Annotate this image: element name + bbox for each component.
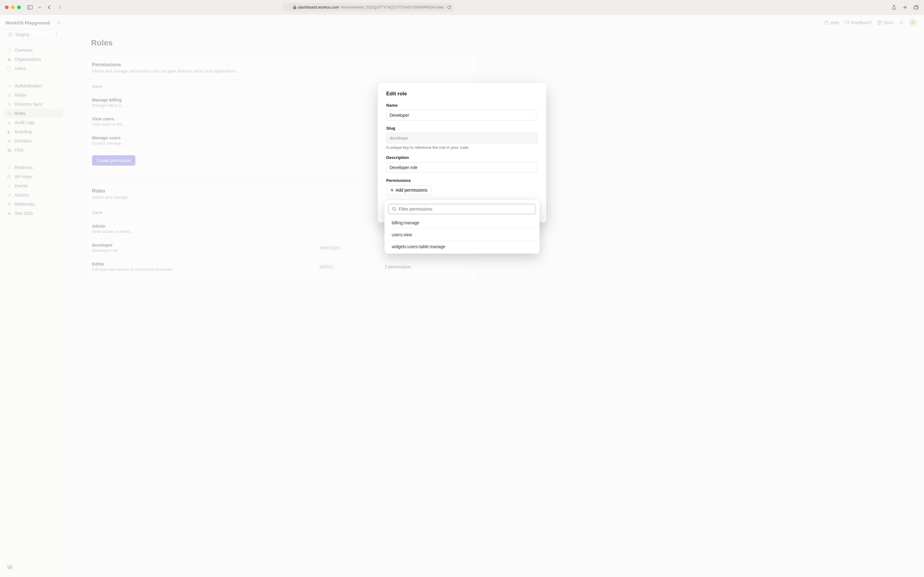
browser-toolbar: dashboard.workos.com/environment_01EQ1FT…	[0, 0, 924, 15]
svg-point-12	[393, 208, 395, 210]
chevron-down-icon[interactable]	[37, 4, 43, 10]
url-host: dashboard.workos.com	[298, 5, 339, 10]
window-controls	[5, 5, 21, 9]
close-window-button[interactable]	[5, 5, 8, 9]
fullscreen-window-button[interactable]	[17, 5, 21, 9]
add-permissions-button[interactable]: Add permissions	[386, 185, 431, 195]
tabs-icon[interactable]	[913, 4, 919, 10]
svg-rect-2	[914, 6, 917, 9]
name-input[interactable]	[386, 110, 538, 121]
modal-title: Edit role	[386, 91, 538, 97]
filter-permissions-input[interactable]	[399, 206, 532, 211]
url-path: /environment_01EQ1FTYTAZCVYSV4SYSRWRR3A/…	[341, 5, 444, 10]
description-input[interactable]	[386, 162, 538, 172]
back-button[interactable]	[47, 4, 53, 10]
new-tab-icon[interactable]	[902, 4, 908, 10]
permission-option[interactable]: billing:manage	[389, 217, 535, 229]
share-icon[interactable]	[891, 4, 897, 10]
reload-icon[interactable]	[447, 5, 451, 10]
address-bar[interactable]: dashboard.workos.com/environment_01EQ1FT…	[283, 3, 454, 11]
search-icon	[392, 207, 396, 211]
forward-button[interactable]	[56, 4, 62, 10]
slug-input	[386, 133, 538, 143]
permissions-label: Permissions	[386, 178, 538, 183]
lock-icon	[293, 5, 296, 9]
plus-icon	[390, 188, 394, 192]
permissions-popover: billing:manage users:view widgets:users-…	[385, 200, 539, 254]
permission-option[interactable]: users:view	[389, 229, 535, 240]
filter-permissions-input-wrap[interactable]	[389, 204, 535, 214]
description-label: Description	[386, 155, 538, 160]
name-label: Name	[386, 103, 538, 108]
permission-option[interactable]: widgets:users-table:manage	[389, 240, 535, 253]
sidebar-toggle-icon[interactable]	[27, 4, 33, 10]
minimize-window-button[interactable]	[11, 5, 14, 9]
slug-help: A unique key to reference the role in yo…	[386, 145, 538, 150]
svg-rect-0	[27, 5, 32, 9]
slug-label: Slug	[386, 126, 538, 131]
